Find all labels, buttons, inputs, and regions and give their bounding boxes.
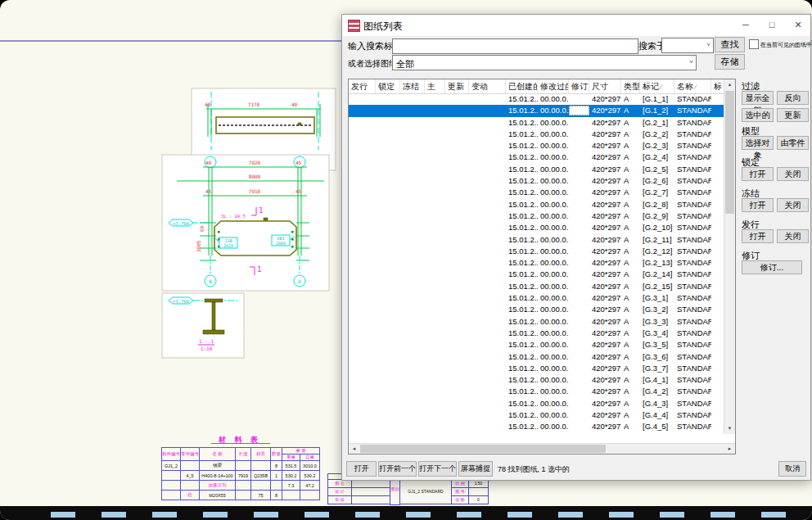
search-input[interactable] [392, 38, 638, 54]
panel-button-反向[interactable]: 反向 [777, 91, 809, 105]
scroll-left-icon[interactable]: ◄ [349, 444, 359, 454]
panel-button-选中的[interactable]: 选中的 [742, 108, 774, 122]
drawing-settings-combo[interactable]: 全部 ˅ [392, 55, 697, 70]
column-header-created[interactable]: 已创建的 [506, 79, 538, 93]
dialog-titlebar[interactable]: 图纸列表 ─ □ ✕ [342, 15, 810, 36]
open-button[interactable]: 打开 [346, 461, 377, 477]
cell-update [445, 246, 469, 257]
cell-lock [376, 316, 400, 328]
cell-freeze [400, 93, 425, 105]
table-row[interactable]: 15.01.2...00.00.0...420*297A[G.3_1]STAND… [349, 292, 725, 304]
table-row[interactable]: 15.01.2...00.00.0...420*297A[G.3_5]STAND… [349, 339, 725, 350]
panel-button-由零件[interactable]: 由零件 [777, 136, 809, 150]
close-icon[interactable]: ✕ [786, 15, 810, 35]
status-text: 78 找到图纸, 1 选中的 [498, 464, 570, 475]
cell-name: STANDARD [674, 339, 711, 350]
table-row[interactable]: 15.01.2...00.00.0...420*297A[G.3_2]STAND… [349, 304, 725, 315]
cell-freeze [400, 269, 425, 280]
table-row[interactable]: 15.01.2...00.00.0...420*297A[G.2_9]STAND… [349, 210, 725, 222]
table-row[interactable]: 15.01.2...00.00.0...420*297A[G.4_5]STAND… [349, 421, 725, 432]
column-header-type[interactable]: 类型 [621, 79, 640, 93]
table-row[interactable]: 15.01.2...00.00.0...420*297A[G.3_4]STAND… [349, 328, 725, 339]
table-row[interactable]: 15.01.2...00.00.0...420*297A[G.2_10]STAN… [349, 222, 725, 233]
scroll-right-icon[interactable]: ► [724, 444, 735, 454]
column-header-master[interactable]: 主 [425, 79, 445, 93]
vertical-scrollbar-thumb[interactable] [725, 91, 734, 214]
panel-button-打开[interactable]: 打开 [742, 198, 774, 212]
table-row[interactable]: 15.01.2...00.00.0...420*297A[G.2_8]STAND… [349, 199, 725, 210]
cell-freeze [400, 398, 425, 409]
save-settings-button[interactable]: 存储 [715, 54, 745, 70]
drawing-table-header[interactable]: 发行锁定冻结主更新变动已创建的修改过的修订尺寸类型标记∕名称∕标 [349, 79, 725, 94]
cell-lock [376, 199, 400, 210]
table-row[interactable]: 15.01.2...00.00.0...420*297A[G.2_6]STAND… [349, 175, 725, 187]
scroll-up-icon[interactable]: ▲ [724, 79, 735, 90]
find-button[interactable]: 查找 [715, 37, 745, 52]
cell-modified: 00.00.0... [538, 351, 569, 363]
column-header-update[interactable]: 更新 [445, 79, 469, 93]
panel-button-关闭[interactable]: 关闭 [777, 167, 809, 181]
column-header-change[interactable]: 变动 [469, 79, 506, 93]
elev-vdim2: 3005 [196, 240, 201, 252]
taskbar-items[interactable] [51, 512, 792, 518]
search-in-combo[interactable]: ˅ [661, 38, 714, 53]
table-row[interactable]: 15.01.2...00.00.0...420*297A[G.3_3]STAND… [349, 316, 725, 328]
column-header-mark[interactable]: 标记∕ [640, 79, 674, 93]
table-row[interactable]: 15.01.2...00.00.0...420*297A[G.1_2]STAND… [349, 105, 725, 116]
cell-lock [376, 421, 400, 432]
vertical-scrollbar[interactable]: ▲ ▼ [724, 79, 735, 434]
table-row[interactable]: 15.01.2...00.00.0...420*297A[G.4_3]STAND… [349, 398, 725, 409]
panel-button-选择对象[interactable]: 选择对象 [742, 136, 774, 150]
cell-mark: [G.2_11] [640, 234, 674, 246]
table-row[interactable]: 15.01.2...00.00.0...420*297A[G.2_11]STAN… [349, 234, 725, 246]
panel-button-打开[interactable]: 打开 [742, 167, 774, 181]
cell-update [445, 269, 469, 280]
column-header-size[interactable]: 尺寸 [589, 79, 621, 93]
table-row[interactable]: 15.01.2...00.00.0...420*297A[G.4_4]STAND… [349, 409, 725, 421]
scroll-down-icon[interactable]: ▼ [724, 423, 735, 434]
table-row[interactable]: 15.01.2...00.00.0...420*297A[G.2_15]STAN… [349, 281, 725, 292]
table-row[interactable]: 15.01.2...00.00.0...420*297A[G.4_1]STAND… [349, 374, 725, 386]
cell-update [445, 164, 469, 175]
table-row[interactable]: 15.01.2...00.00.0...420*297A[G.3_7]STAND… [349, 363, 725, 374]
minimize-icon[interactable]: ─ [733, 15, 758, 35]
column-header-revision[interactable]: 修订 [569, 79, 589, 93]
column-header-modified[interactable]: 修改过的 [538, 79, 569, 93]
table-row[interactable]: 15.01.2...00.00.0...420*297A[G.2_5]STAND… [349, 164, 725, 175]
column-header-issue[interactable]: 发行 [349, 79, 376, 93]
table-row[interactable]: 15.01.2...00.00.0...420*297A[G.2_13]STAN… [349, 257, 725, 269]
table-row[interactable]: 15.01.2...00.00.0...420*297A[G.2_14]STAN… [349, 269, 725, 280]
table-row[interactable]: 15.01.2...00.00.0...420*297A[G.4_2]STAND… [349, 386, 725, 397]
table-row[interactable]: 15.01.2...00.00.0...420*297A[G.2_3]STAND… [349, 140, 725, 151]
cancel-button[interactable]: 取消 [778, 461, 806, 477]
column-header-name[interactable]: 名称∕ [674, 79, 711, 93]
column-header-freeze[interactable]: 冻结 [400, 79, 425, 93]
cell-created: 15.01.2... [506, 292, 538, 304]
table-row[interactable]: 15.01.2...00.00.0...420*297A[G.2_2]STAND… [349, 129, 725, 140]
panel-button-更新[interactable]: 更新 [777, 108, 809, 122]
cell-change [469, 409, 506, 421]
table-row[interactable]: 15.01.2...00.00.0...420*297A[G.2_4]STAND… [349, 151, 725, 163]
cell-size: 420*297 [589, 292, 621, 304]
visible-drawings-checkbox[interactable] [749, 39, 759, 49]
panel-button-关闭[interactable]: 关闭 [777, 229, 809, 243]
maximize-icon[interactable]: □ [760, 15, 784, 35]
horizontal-scrollbar[interactable]: ◄ ► [349, 443, 735, 454]
table-row[interactable]: 15.01.2...00.00.0...420*297A[G.1_1]STAND… [349, 93, 725, 105]
open-previous-button[interactable]: 打开前一个 [378, 461, 417, 477]
panel-button-显示全部[interactable]: 显示全部 [742, 91, 774, 105]
cell-created: 15.01.2... [506, 93, 538, 105]
open-next-button[interactable]: 打开下一个 [418, 461, 457, 477]
table-row[interactable]: 15.01.2...00.00.0...420*297A[G.2_7]STAND… [349, 187, 725, 198]
cell-change [469, 105, 506, 116]
table-row[interactable]: 15.01.2...00.00.0...420*297A[G.2_1]STAND… [349, 117, 725, 129]
cell-change [469, 246, 506, 257]
panel-button-修订...[interactable]: 修订... [742, 260, 802, 274]
snapshot-button[interactable]: 屏幕捕捉 [458, 461, 493, 477]
panel-button-打开[interactable]: 打开 [742, 229, 774, 243]
table-row[interactable]: 15.01.2...00.00.0...420*297A[G.2_12]STAN… [349, 246, 725, 257]
panel-button-关闭[interactable]: 关闭 [777, 198, 809, 212]
horizontal-scrollbar-thumb[interactable] [360, 445, 606, 453]
table-row[interactable]: 15.01.2...00.00.0...420*297A[G.3_6]STAND… [349, 351, 725, 363]
column-header-lock[interactable]: 锁定 [376, 79, 400, 93]
